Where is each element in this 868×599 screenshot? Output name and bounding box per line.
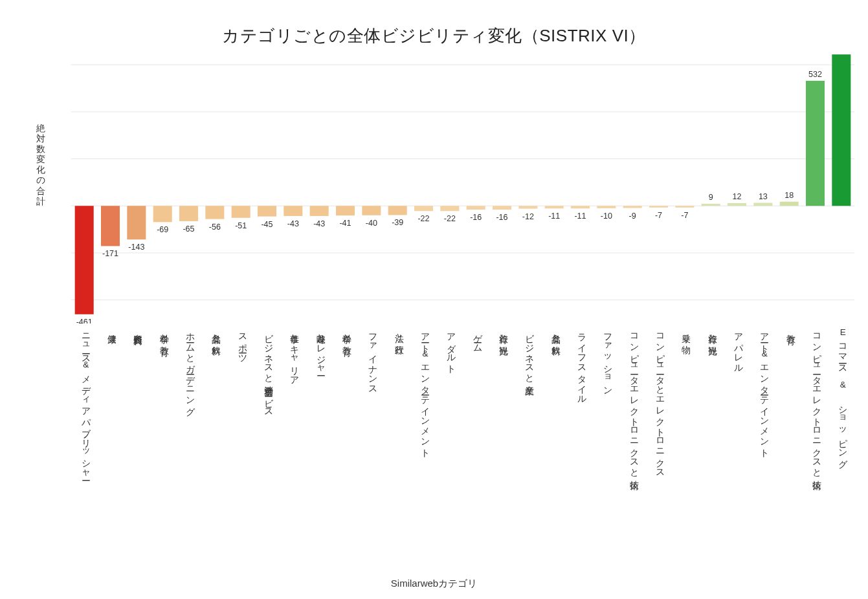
data-label: -12	[522, 212, 534, 221]
data-label: -16	[470, 213, 482, 222]
x-tick-label: アダルト	[445, 327, 457, 369]
x-tick-label: 旅行と観光	[706, 327, 718, 340]
bar	[702, 204, 720, 206]
x-tick-label: ホームとガーデニング	[184, 327, 196, 411]
bar	[518, 206, 537, 208]
bar	[493, 206, 511, 210]
bar	[545, 206, 564, 208]
data-label: -69	[157, 225, 168, 234]
data-label: 12	[733, 192, 742, 201]
data-label: -51	[235, 221, 247, 230]
bars	[75, 54, 851, 314]
x-tick-label: ビジネスと産業	[524, 327, 535, 380]
x-tick-label: ライフスタイル	[576, 327, 588, 400]
x-tick-label: 食品と飲料	[550, 327, 561, 340]
x-tick-label: 食品と飲料	[210, 327, 222, 340]
bar	[649, 206, 668, 208]
x-tick-label: アート&エンターテインメント	[419, 327, 431, 453]
data-label: -22	[417, 214, 429, 223]
data-label: -7	[681, 211, 688, 220]
bar	[623, 206, 642, 208]
x-tick-label: ビジネスと消費者サービス	[263, 327, 274, 413]
bar	[414, 206, 433, 211]
bar	[597, 206, 616, 208]
data-label: -11	[574, 212, 586, 221]
bar	[336, 206, 355, 215]
x-tick-label: 教育	[785, 327, 796, 329]
bar	[440, 206, 459, 211]
bar	[728, 203, 746, 206]
bar	[310, 206, 329, 216]
data-label: -461	[76, 318, 93, 323]
data-label: -16	[496, 213, 507, 222]
bar	[675, 206, 694, 208]
x-axis-title: Similarwebカテゴリ	[0, 578, 868, 590]
x-tick-label: ゲーム	[471, 327, 483, 349]
y-axis-label: 絶対数変化の合計	[36, 123, 45, 206]
data-label: -41	[339, 219, 351, 228]
gridlines	[71, 65, 854, 300]
bar	[127, 206, 146, 239]
bar	[780, 202, 799, 206]
data-label: -40	[366, 219, 377, 228]
data-label: 13	[759, 192, 768, 201]
bar	[153, 206, 172, 222]
data-label: 9	[709, 193, 713, 202]
bar	[388, 206, 407, 215]
bar	[832, 54, 851, 206]
bar	[571, 206, 590, 208]
x-tick-label: コンピュータエレクトロニクスと技術	[811, 327, 823, 475]
bar	[101, 206, 120, 246]
bar	[75, 206, 94, 314]
x-axis-labels: ニュース&メディアパブリッシャー健康参照資料科学と教育ホームとガーデニング食品と…	[71, 327, 854, 541]
x-tick-label: 法と行政	[393, 327, 405, 340]
x-tick-label: 仕事とキャリア	[289, 327, 300, 381]
data-label: -43	[313, 219, 325, 228]
bar	[753, 203, 772, 206]
data-label: -22	[444, 214, 456, 223]
bar	[205, 206, 224, 219]
x-tick-label: アート&エンターテインメント	[759, 327, 770, 453]
x-tick-label: 科学と教育	[341, 327, 353, 340]
data-label: 18	[785, 191, 794, 200]
chart-title: カテゴリごとの全体ビジビリティ変化（SISTRIX VI）	[6, 25, 862, 47]
data-label: -143	[128, 243, 144, 252]
data-label: -56	[209, 223, 221, 232]
x-tick-label: ファッション	[602, 327, 614, 391]
x-tick-label: Eコマース & ショッピング	[837, 327, 849, 464]
x-tick-label: 趣味とレジャー	[315, 327, 326, 371]
data-label: -7	[655, 211, 662, 220]
x-tick-label: コンピュータとエレクトロニクス	[654, 327, 666, 474]
bar	[806, 81, 825, 206]
bar-plot: -461-171-143-69-65-56-51-45-43-43-41-40-…	[71, 53, 854, 323]
x-tick-label: スポーツ	[236, 327, 248, 359]
bar	[362, 206, 381, 215]
data-label: -9	[629, 212, 636, 221]
bar	[179, 206, 198, 221]
x-tick-label: 健康	[106, 327, 118, 329]
x-tick-label: 乗り物	[680, 327, 692, 339]
data-label: 532	[808, 70, 822, 79]
data-label: -10	[601, 212, 612, 221]
data-label: -39	[392, 218, 403, 227]
bar	[284, 206, 302, 216]
bar	[467, 206, 485, 210]
x-tick-label: 科学と教育	[158, 327, 170, 340]
data-label: -171	[102, 249, 118, 258]
data-label: -43	[287, 219, 299, 228]
data-label: -45	[261, 220, 273, 229]
bar	[232, 206, 250, 218]
data-label: -11	[548, 212, 560, 221]
bar	[258, 206, 276, 216]
data-label: -65	[183, 224, 194, 234]
x-tick-label: 参照資料	[132, 327, 144, 330]
x-tick-label: ファイナンス	[367, 327, 379, 390]
x-tick-label: アパレル	[733, 327, 744, 369]
x-tick-label: 旅行と観光	[498, 327, 509, 340]
x-tick-label: コンピュータエレクトロニクスと技術	[628, 327, 640, 475]
x-tick-label: ニュース&メディアパブリッシャー	[80, 327, 91, 476]
data-labels: -461-171-143-69-65-56-51-45-43-43-41-40-…	[76, 53, 849, 323]
